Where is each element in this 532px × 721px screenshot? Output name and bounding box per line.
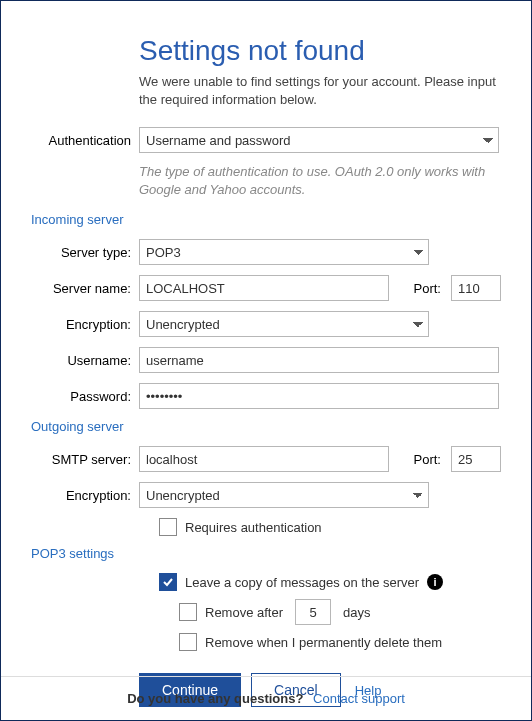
smtp-input[interactable] (139, 446, 389, 472)
incoming-header: Incoming server (31, 212, 501, 227)
page-title: Settings not found (139, 35, 501, 67)
incoming-port-input[interactable] (451, 275, 501, 301)
incoming-encryption-select[interactable]: Unencrypted (139, 311, 429, 337)
pop3-header: POP3 settings (31, 546, 501, 561)
auth-label: Authentication (31, 133, 139, 148)
server-type-label: Server type: (31, 245, 139, 260)
remove-perm-checkbox[interactable] (179, 633, 197, 651)
intro-text: We were unable to find settings for your… (139, 73, 501, 109)
outgoing-port-label: Port: (414, 452, 441, 467)
leave-copy-label: Leave a copy of messages on the server (185, 575, 419, 590)
password-input[interactable] (139, 383, 499, 409)
auth-select[interactable]: Username and password (139, 127, 499, 153)
server-name-label: Server name: (31, 281, 139, 296)
requires-auth-checkbox[interactable] (159, 518, 177, 536)
footer: Do you have any questions? Contact suppo… (1, 676, 531, 720)
contact-support-link[interactable]: Contact support (313, 691, 405, 706)
server-type-select[interactable]: POP3 (139, 239, 429, 265)
username-input[interactable] (139, 347, 499, 373)
outgoing-encryption-label: Encryption: (31, 488, 139, 503)
remove-after-prefix: Remove after (205, 605, 283, 620)
footer-question: Do you have any questions? (127, 691, 303, 706)
auth-helper: The type of authentication to use. OAuth… (139, 163, 501, 198)
outgoing-header: Outgoing server (31, 419, 501, 434)
incoming-port-label: Port: (414, 281, 441, 296)
server-name-input[interactable] (139, 275, 389, 301)
remove-after-days-input[interactable] (295, 599, 331, 625)
requires-auth-label: Requires authentication (185, 520, 322, 535)
remove-after-checkbox[interactable] (179, 603, 197, 621)
outgoing-encryption-select[interactable]: Unencrypted (139, 482, 429, 508)
info-icon[interactable]: i (427, 574, 443, 590)
username-label: Username: (31, 353, 139, 368)
password-label: Password: (31, 389, 139, 404)
incoming-encryption-label: Encryption: (31, 317, 139, 332)
remove-after-suffix: days (343, 605, 370, 620)
smtp-label: SMTP server: (31, 452, 139, 467)
leave-copy-checkbox[interactable] (159, 573, 177, 591)
outgoing-port-input[interactable] (451, 446, 501, 472)
remove-perm-label: Remove when I permanently delete them (205, 635, 442, 650)
